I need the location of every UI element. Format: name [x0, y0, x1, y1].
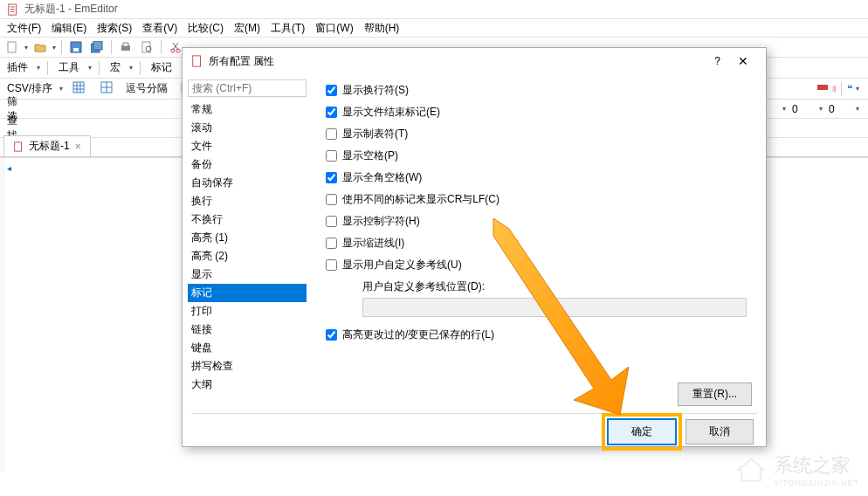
options-panel: 显示换行符(S) 显示文件结束标记(E) 显示制表符(T) 显示空格(P) 显示…: [312, 74, 766, 413]
dialog-title: 所有配置 属性: [209, 54, 706, 69]
house-icon: [735, 454, 767, 486]
show-newline-checkbox[interactable]: 显示换行符(S): [326, 83, 752, 98]
category-item[interactable]: 拼写检查: [188, 357, 307, 375]
plugins-label[interactable]: 插件: [3, 60, 31, 75]
print-button[interactable]: [117, 39, 134, 55]
dialog-icon: [191, 55, 203, 67]
eof-marker: ◂: [7, 163, 11, 173]
menu-file[interactable]: 文件(F): [7, 21, 41, 36]
chevron-down-icon[interactable]: ▾: [88, 64, 92, 72]
category-item[interactable]: 键盘: [188, 339, 307, 357]
tools-label[interactable]: 工具: [55, 60, 83, 75]
menu-edit[interactable]: 编辑(E): [52, 21, 86, 36]
separator: [161, 40, 162, 54]
diff-crlf-checkbox[interactable]: 使用不同的标记来显示CR与LF(C): [326, 192, 752, 207]
chevron-down-icon[interactable]: ▾: [819, 105, 823, 113]
separator: [47, 61, 48, 75]
dialog-titlebar: 所有配置 属性 ? ✕: [183, 48, 766, 74]
menu-macro[interactable]: 宏(M): [234, 21, 260, 36]
new-file-button[interactable]: [3, 39, 21, 55]
window-title: 无标题-1 - EmEditor: [24, 2, 118, 17]
svg-rect-15: [73, 82, 84, 93]
show-tab-checkbox[interactable]: 显示制表符(T): [326, 127, 752, 141]
separator: [61, 40, 62, 54]
category-item[interactable]: 文件: [188, 137, 307, 155]
open-file-dropdown[interactable]: ▾: [52, 44, 56, 52]
menu-view[interactable]: 查看(V): [142, 21, 177, 36]
category-item[interactable]: 打印: [188, 302, 307, 320]
open-file-button[interactable]: [31, 39, 49, 55]
close-button[interactable]: ✕: [729, 54, 757, 68]
separator: [111, 40, 112, 54]
svg-rect-2: [10, 9, 15, 10]
app-icon: [7, 3, 19, 16]
show-ctrl-checkbox[interactable]: 显示控制字符(H): [326, 214, 752, 229]
category-item[interactable]: 高亮 (1): [188, 229, 307, 247]
show-indent-checkbox[interactable]: 显示缩进线(I): [326, 236, 752, 251]
chevron-down-icon[interactable]: ▾: [782, 105, 786, 113]
category-item[interactable]: 高亮 (2): [188, 247, 307, 265]
csv-grid-button[interactable]: [66, 79, 91, 99]
svg-rect-6: [73, 48, 79, 52]
reset-button[interactable]: 重置(R)...: [678, 382, 752, 406]
category-search-input[interactable]: [188, 79, 307, 97]
category-list[interactable]: 常规滚动文件备份自动保存换行不换行高亮 (1)高亮 (2)显示标记打印链接键盘拼…: [188, 100, 307, 394]
category-item[interactable]: 大纲: [188, 375, 307, 394]
guide-pos-input[interactable]: [362, 298, 747, 317]
show-space-checkbox[interactable]: 显示空格(P): [326, 148, 752, 163]
chevron-down-icon[interactable]: ▾: [59, 85, 63, 93]
save-button[interactable]: [67, 39, 85, 55]
category-item[interactable]: 链接: [188, 320, 307, 339]
ruler-icon[interactable]: [816, 81, 829, 96]
category-item[interactable]: 不换行: [188, 210, 307, 229]
print-preview-button[interactable]: [138, 39, 155, 55]
help-button[interactable]: ?: [706, 55, 729, 67]
document-tab[interactable]: 无标题-1 ×: [3, 135, 91, 156]
tab-close-button[interactable]: ×: [75, 141, 81, 153]
separator: [841, 82, 842, 96]
category-item[interactable]: 自动保存: [188, 174, 307, 192]
properties-dialog: 所有配置 属性 ? ✕ 常规滚动文件备份自动保存换行不换行高亮 (1)高亮 (2…: [182, 47, 767, 447]
category-item[interactable]: 滚动: [188, 119, 307, 137]
chevron-down-icon[interactable]: ▾: [856, 105, 859, 113]
show-user-guide-checkbox[interactable]: 显示用户自定义参考线(U): [326, 258, 752, 272]
menu-help[interactable]: 帮助(H): [364, 21, 400, 36]
menu-bar: 文件(F) 编辑(E) 搜索(S) 查看(V) 比较(C) 宏(M) 工具(T)…: [0, 19, 868, 37]
category-item[interactable]: 标记: [188, 284, 307, 302]
chevron-down-icon[interactable]: ▾: [856, 85, 859, 93]
save-all-button[interactable]: [88, 39, 106, 55]
svg-rect-26: [193, 56, 201, 66]
gutter: [0, 158, 5, 472]
menu-compare[interactable]: 比较(C): [188, 21, 224, 36]
show-fullwidth-space-checkbox[interactable]: 显示全角空格(W): [326, 170, 752, 185]
watermark-text: 系统之家: [774, 452, 859, 479]
quote-icon[interactable]: ❝: [847, 83, 852, 95]
markers-label[interactable]: 标记: [148, 60, 176, 75]
menu-tools[interactable]: 工具(T): [271, 21, 305, 36]
category-item[interactable]: 显示: [188, 265, 307, 284]
show-eof-checkbox[interactable]: 显示文件结束标记(E): [326, 105, 752, 120]
svg-rect-3: [10, 10, 15, 11]
filter-num1[interactable]: [789, 101, 816, 117]
category-item[interactable]: 常规: [188, 100, 307, 119]
columns-icon[interactable]: ⫴: [832, 84, 836, 94]
new-file-dropdown[interactable]: ▾: [24, 44, 28, 52]
dialog-footer: 确定 取消: [183, 414, 766, 449]
watermark-sub: XITONGZHIJIA.NET: [774, 479, 859, 487]
chevron-down-icon[interactable]: ▾: [129, 64, 133, 72]
comma-sep-button[interactable]: 逗号分隔: [122, 81, 171, 96]
svg-rect-8: [93, 41, 102, 50]
document-icon: [13, 141, 24, 152]
category-item[interactable]: 换行: [188, 192, 307, 210]
ok-button[interactable]: 确定: [607, 418, 677, 445]
chevron-down-icon[interactable]: ▾: [37, 64, 40, 72]
macro-label[interactable]: 宏: [107, 60, 124, 75]
menu-search[interactable]: 搜索(S): [97, 21, 132, 36]
tab-title: 无标题-1: [29, 139, 70, 154]
filter-num2[interactable]: [826, 101, 852, 117]
category-item[interactable]: 备份: [188, 155, 307, 174]
highlight-changed-checkbox[interactable]: 高亮更改过的/变更已保存的行(L): [326, 327, 752, 342]
cancel-button[interactable]: 取消: [685, 419, 754, 444]
csv-grid2-button[interactable]: [94, 79, 119, 99]
menu-window[interactable]: 窗口(W): [315, 21, 353, 36]
